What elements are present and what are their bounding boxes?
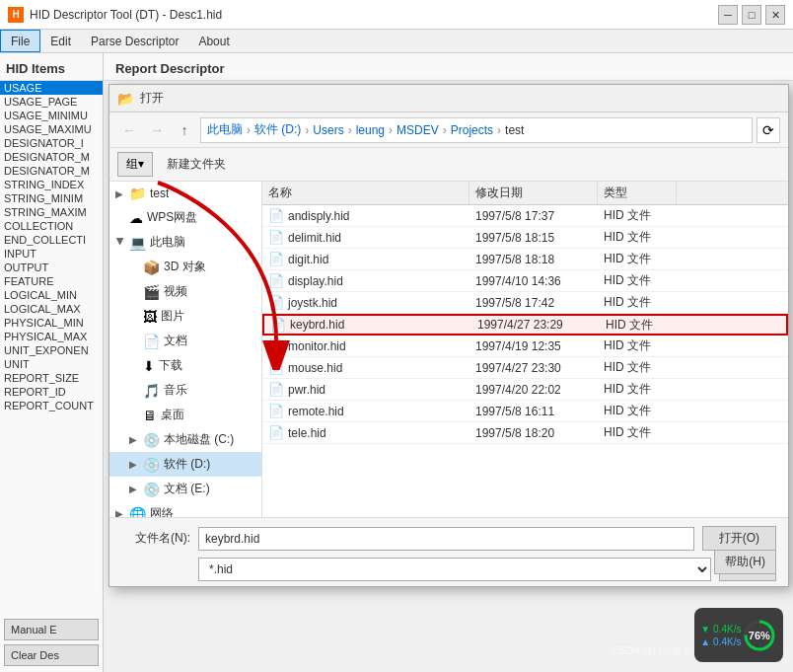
hid-item-unit[interactable]: UNIT [0, 357, 103, 371]
hid-item-string-index[interactable]: STRING_INDEX [0, 178, 103, 191]
nav-item-wps[interactable]: ☁ WPS网盘 [109, 205, 261, 230]
file-row-pwr[interactable]: 📄 pwr.hid 1997/4/20 22:02 HID 文件 [262, 379, 788, 401]
file-row-keybrd[interactable]: 📄 keybrd.hid 1997/4/27 23:29 HID 文件 [262, 314, 788, 336]
breadcrumb-leung[interactable]: leung [356, 123, 385, 137]
nav-item-computer[interactable]: ▶ 💻 此电脑 [109, 230, 261, 255]
file-row-monitor[interactable]: 📄 monitor.hid 1997/4/19 12:35 HID 文件 [262, 336, 788, 357]
menu-parse[interactable]: Parse Descriptor [81, 30, 188, 52]
hid-item-usage-page[interactable]: USAGE_PAGE [0, 95, 103, 109]
nav-label-video: 视频 [164, 283, 187, 300]
organize-button[interactable]: 组▾ [117, 152, 153, 177]
file-row-delimit[interactable]: 📄 delimit.hid 1997/5/8 18:15 HID 文件 [262, 227, 788, 249]
hid-item-input[interactable]: INPUT [0, 247, 103, 261]
refresh-button[interactable]: ⟳ [757, 117, 780, 143]
nav-label-pictures: 图片 [161, 308, 184, 325]
report-descriptor-title: Report Descriptor [104, 53, 793, 81]
maximize-button[interactable]: □ [742, 5, 761, 25]
hid-item-output[interactable]: OUTPUT [0, 261, 103, 274]
hid-item-string-max[interactable]: STRING_MAXIM [0, 205, 103, 219]
music-icon: 🎵 [143, 383, 160, 399]
menu-file[interactable]: File [0, 30, 40, 52]
watermark: CSDN @白小辞彡 [613, 644, 692, 658]
file-row-joystk[interactable]: 📄 joystk.hid 1997/5/8 17:42 HID 文件 [262, 292, 788, 314]
file-name-keybrd: 📄 keybrd.hid [264, 318, 471, 333]
hid-item-feature[interactable]: FEATURE [0, 274, 103, 288]
breadcrumb-bar[interactable]: 此电脑 › 软件 (D:) › Users › leung › MSDEV › … [200, 117, 753, 143]
hid-item-physical-max[interactable]: PHYSICAL_MAX [0, 330, 103, 343]
file-icon: 📄 [268, 382, 284, 397]
manual-button[interactable]: Manual E [4, 619, 99, 640]
hid-item-logical-max[interactable]: LOGICAL_MAX [0, 302, 103, 316]
breadcrumb-users[interactable]: Users [313, 123, 343, 137]
new-folder-label: 新建文件夹 [167, 157, 226, 171]
nav-item-video[interactable]: 🎬 视频 [109, 279, 261, 304]
hid-item-usage[interactable]: USAGE [0, 81, 103, 95]
file-row-andisply[interactable]: 📄 andisply.hid 1997/5/8 17:37 HID 文件 [262, 205, 788, 227]
drive-c-icon: 💿 [143, 432, 160, 448]
drive-d-icon: 💿 [143, 457, 160, 473]
nav-item-drive-d[interactable]: ▶ 💿 软件 (D:) [109, 452, 261, 477]
hid-item-designator-m2[interactable]: DESIGNATOR_M [0, 164, 103, 178]
forward-button[interactable]: → [145, 118, 169, 142]
filename-input[interactable] [198, 527, 694, 551]
documents-icon: 📄 [143, 334, 160, 349]
nav-item-test[interactable]: ▶ 📁 test [109, 182, 261, 205]
col-header-type[interactable]: 类型 [598, 182, 677, 204]
nav-item-3d[interactable]: 📦 3D 对象 [109, 255, 261, 279]
hid-item-report-id[interactable]: REPORT_ID [0, 385, 103, 399]
file-row-remote[interactable]: 📄 remote.hid 1997/5/8 16:11 HID 文件 [262, 401, 788, 422]
hid-item-physical-min[interactable]: PHYSICAL_MIN [0, 316, 103, 330]
menu-edit[interactable]: Edit [40, 30, 81, 52]
nav-item-music[interactable]: 🎵 音乐 [109, 378, 261, 403]
nav-item-drive-e[interactable]: ▶ 💿 文档 (E:) [109, 477, 261, 501]
network-icon: 🌐 [129, 506, 146, 518]
up-button[interactable]: ↑ [173, 118, 196, 142]
open-button[interactable]: 打开(O) [702, 526, 776, 551]
nav-item-pictures[interactable]: 🖼 图片 [109, 304, 261, 329]
hid-item-report-size[interactable]: REPORT_SIZE [0, 371, 103, 385]
close-button[interactable]: ✕ [765, 5, 785, 25]
file-name-andisply: 📄 andisply.hid [262, 208, 469, 223]
minimize-button[interactable]: ─ [718, 5, 738, 25]
nav-item-downloads[interactable]: ⬇ 下载 [109, 353, 261, 378]
file-name-tele: 📄 tele.hid [262, 425, 469, 440]
file-row-display[interactable]: 📄 display.hid 1997/4/10 14:36 HID 文件 [262, 270, 788, 292]
back-button[interactable]: ← [117, 118, 141, 142]
file-row-tele[interactable]: 📄 tele.hid 1997/5/8 18:20 HID 文件 [262, 422, 788, 444]
cloud-icon: ☁ [129, 210, 143, 226]
new-folder-button[interactable]: 新建文件夹 [159, 153, 234, 176]
nav-item-desktop[interactable]: 🖥 桌面 [109, 403, 261, 427]
filetype-select[interactable]: *.hid [198, 558, 711, 581]
hid-item-usage-min[interactable]: USAGE_MINIMU [0, 109, 103, 122]
file-name-monitor: 📄 monitor.hid [262, 338, 469, 353]
col-header-date[interactable]: 修改日期 [469, 182, 598, 204]
nav-label-network: 网络 [150, 505, 174, 517]
help-button[interactable]: 帮助(H) [714, 550, 776, 574]
file-row-digit[interactable]: 📄 digit.hid 1997/5/8 18:18 HID 文件 [262, 249, 788, 270]
hid-item-string-min[interactable]: STRING_MINIM [0, 191, 103, 205]
hid-item-designator-m1[interactable]: DESIGNATOR_M [0, 150, 103, 164]
breadcrumb-drive[interactable]: 软件 (D:) [254, 121, 301, 138]
breadcrumb-msdev[interactable]: MSDEV [396, 123, 439, 137]
file-type-mouse: HID 文件 [598, 359, 677, 376]
nav-label-drive-e: 文档 (E:) [164, 481, 210, 497]
nav-item-documents[interactable]: 📄 文档 [109, 329, 261, 353]
col-header-name[interactable]: 名称 [262, 182, 469, 204]
hid-item-end-collection[interactable]: END_COLLECTI [0, 233, 103, 247]
breadcrumb-computer[interactable]: 此电脑 [207, 121, 243, 138]
nav-label-computer: 此电脑 [150, 234, 185, 251]
file-icon: 📄 [270, 318, 286, 333]
hid-item-collection[interactable]: COLLECTION [0, 219, 103, 233]
file-row-mouse[interactable]: 📄 mouse.hid 1997/4/27 23:30 HID 文件 [262, 357, 788, 379]
hid-item-report-count[interactable]: REPORT_COUNT [0, 399, 103, 412]
hid-item-unit-exp[interactable]: UNIT_EXPONEN [0, 343, 103, 357]
nav-item-network[interactable]: ▶ 🌐 网络 [109, 501, 261, 517]
clear-button[interactable]: Clear Des [4, 644, 99, 666]
nav-item-drive-c[interactable]: ▶ 💿 本地磁盘 (C:) [109, 427, 261, 452]
hid-item-designator-i[interactable]: DESIGNATOR_I [0, 136, 103, 150]
breadcrumb-projects[interactable]: Projects [451, 123, 493, 137]
hid-item-usage-max[interactable]: USAGE_MAXIMU [0, 122, 103, 136]
file-icon: 📄 [268, 360, 284, 375]
menu-about[interactable]: About [188, 30, 239, 52]
hid-item-logical-min[interactable]: LOGICAL_MIN [0, 288, 103, 302]
